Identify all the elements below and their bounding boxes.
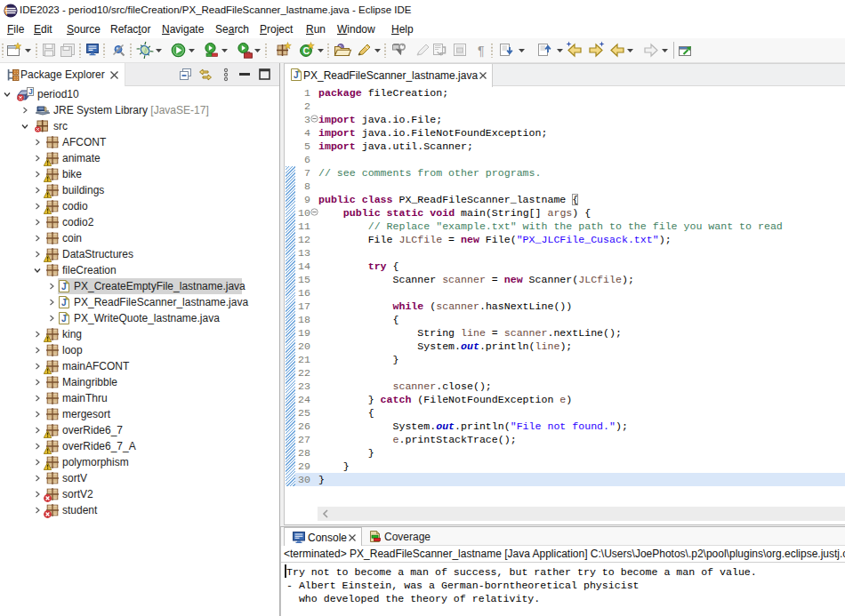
svg-text:¶: ¶ [478,44,485,58]
svg-text:C: C [303,45,310,56]
